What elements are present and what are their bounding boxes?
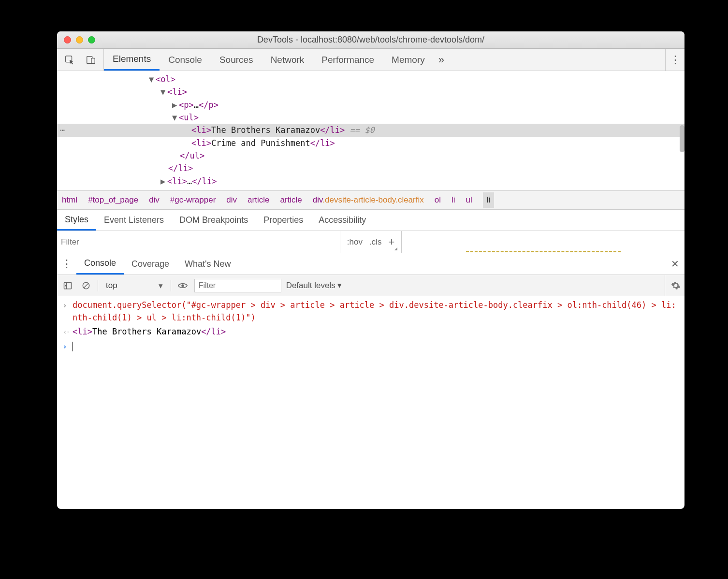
- dom-tree[interactable]: ▼<ol>▼<li>▶<p>…</p>▼<ul>⋯<li>The Brother…: [57, 71, 684, 190]
- console-sidebar-toggle-icon[interactable]: [61, 279, 74, 292]
- expand-icon[interactable]: ▶: [160, 175, 167, 188]
- tab-sources[interactable]: Sources: [211, 49, 262, 71]
- subtab-styles[interactable]: Styles: [57, 210, 96, 231]
- breadcrumb: html#top_of_pagediv#gc-wrapperdivarticle…: [57, 190, 684, 210]
- svg-point-7: [181, 284, 184, 287]
- context-selector[interactable]: top: [103, 281, 166, 290]
- dom-node[interactable]: ⋯<li>The Brothers Karamazov</li> == $0: [57, 124, 684, 136]
- more-tabs-icon[interactable]: »: [434, 49, 449, 71]
- collapse-icon[interactable]: ▼: [172, 111, 179, 124]
- collapse-icon[interactable]: ▼: [149, 73, 156, 86]
- subtab-event-listeners[interactable]: Event Listeners: [96, 210, 172, 231]
- breadcrumb-item[interactable]: #top_of_page: [88, 195, 138, 205]
- prompt-icon: [63, 340, 73, 352]
- traffic-lights: [57, 36, 95, 43]
- subtab-properties[interactable]: Properties: [256, 210, 311, 231]
- titlebar: DevTools - localhost:8080/web/tools/chro…: [57, 31, 684, 49]
- console-line[interactable]: document.querySelector("#gc-wrapper > di…: [57, 298, 684, 325]
- dom-node[interactable]: <li>Crime and Punishment</li>: [57, 137, 684, 149]
- breadcrumb-item[interactable]: html: [62, 195, 77, 205]
- breadcrumb-item[interactable]: div: [149, 195, 160, 205]
- collapse-icon[interactable]: ▼: [160, 86, 167, 98]
- elements-sub-tabs: StylesEvent ListenersDOM BreakpointsProp…: [57, 210, 684, 231]
- styles-toolbar: :hov .cls +: [57, 231, 684, 253]
- close-drawer-icon[interactable]: ✕: [665, 253, 684, 275]
- styles-filter-input[interactable]: [61, 237, 336, 247]
- styles-buttons: :hov .cls +: [340, 231, 402, 253]
- dom-node[interactable]: </li>: [57, 162, 684, 174]
- clear-console-icon[interactable]: [79, 279, 93, 292]
- console-line[interactable]: [57, 339, 684, 354]
- zoom-icon[interactable]: [88, 36, 95, 43]
- tab-performance[interactable]: Performance: [313, 49, 383, 71]
- styles-filter: [57, 231, 340, 253]
- svg-rect-3: [64, 282, 72, 289]
- tab-elements[interactable]: Elements: [104, 49, 160, 71]
- dom-node[interactable]: ▶<li>…</li>: [57, 175, 684, 188]
- scrollbar-thumb[interactable]: [680, 125, 684, 152]
- svg-rect-2: [91, 58, 95, 63]
- window-title: DevTools - localhost:8080/web/tools/chro…: [57, 35, 684, 45]
- dom-node[interactable]: ▼<ul>: [57, 111, 684, 124]
- drawer-tab-console[interactable]: Console: [76, 253, 124, 275]
- new-style-rule-button[interactable]: +: [388, 236, 394, 248]
- separator: [98, 280, 98, 291]
- output-marker-icon: [63, 326, 73, 337]
- device-toolbar-icon[interactable]: [80, 49, 102, 71]
- drawer-tab-what-s-new[interactable]: What's New: [177, 253, 238, 275]
- breadcrumb-item[interactable]: li: [451, 195, 455, 205]
- breadcrumb-item[interactable]: ul: [466, 195, 472, 205]
- console-filter-input[interactable]: [194, 279, 281, 292]
- breadcrumb-item[interactable]: article: [248, 195, 269, 205]
- breadcrumb-item[interactable]: ol: [435, 195, 441, 205]
- console-output[interactable]: document.querySelector("#gc-wrapper > di…: [57, 296, 684, 509]
- breadcrumb-item[interactable]: article: [280, 195, 302, 205]
- settings-menu-icon[interactable]: ⋮: [665, 49, 684, 71]
- tab-memory[interactable]: Memory: [383, 49, 434, 71]
- main-tab-bar: ElementsConsoleSourcesNetworkPerformance…: [57, 49, 684, 71]
- dom-node[interactable]: ▼<li>: [57, 86, 684, 98]
- drawer-tab-coverage[interactable]: Coverage: [124, 253, 177, 275]
- tab-console[interactable]: Console: [160, 49, 211, 71]
- separator: [171, 280, 171, 291]
- drawer-menu-icon[interactable]: ⋮: [57, 253, 76, 275]
- console-line[interactable]: <li>The Brothers Karamazov</li>: [57, 325, 684, 339]
- devtools-window: DevTools - localhost:8080/web/tools/chro…: [57, 31, 684, 509]
- dom-node[interactable]: ▶<p>…</p>: [57, 99, 684, 111]
- minimize-icon[interactable]: [76, 36, 83, 43]
- inspect-element-icon[interactable]: [59, 49, 80, 71]
- breadcrumb-item[interactable]: li: [483, 192, 495, 208]
- more-actions-icon[interactable]: ⋯: [57, 124, 68, 136]
- console-settings-icon[interactable]: [665, 275, 681, 296]
- breadcrumb-item[interactable]: #gc-wrapper: [170, 195, 216, 205]
- toolbar-icons: [57, 49, 104, 71]
- dom-node[interactable]: ▼<ol>: [57, 73, 684, 86]
- breadcrumb-item[interactable]: div.devsite-article-body.clearfix: [313, 195, 424, 205]
- live-expression-icon[interactable]: [176, 279, 189, 292]
- hov-button[interactable]: :hov: [347, 237, 363, 247]
- console-filter: [194, 279, 281, 292]
- log-levels-selector[interactable]: Default levels ▾: [286, 280, 342, 290]
- console-toolbar: top Default levels ▾: [57, 275, 684, 296]
- svg-line-6: [84, 283, 88, 287]
- dom-node[interactable]: </ul>: [57, 149, 684, 162]
- cls-button[interactable]: .cls: [369, 237, 382, 247]
- input-marker-icon: [63, 299, 73, 311]
- subtab-accessibility[interactable]: Accessibility: [311, 210, 374, 231]
- drawer-tab-bar: ⋮ ConsoleCoverageWhat's New ✕: [57, 253, 684, 275]
- box-model-edge: [466, 251, 621, 253]
- styles-preview: [402, 231, 684, 253]
- tab-network[interactable]: Network: [262, 49, 313, 71]
- expand-icon[interactable]: ▶: [172, 99, 179, 111]
- close-icon[interactable]: [64, 36, 71, 43]
- cursor: [73, 342, 73, 351]
- subtab-dom-breakpoints[interactable]: DOM Breakpoints: [172, 210, 256, 231]
- breadcrumb-item[interactable]: div: [226, 195, 237, 205]
